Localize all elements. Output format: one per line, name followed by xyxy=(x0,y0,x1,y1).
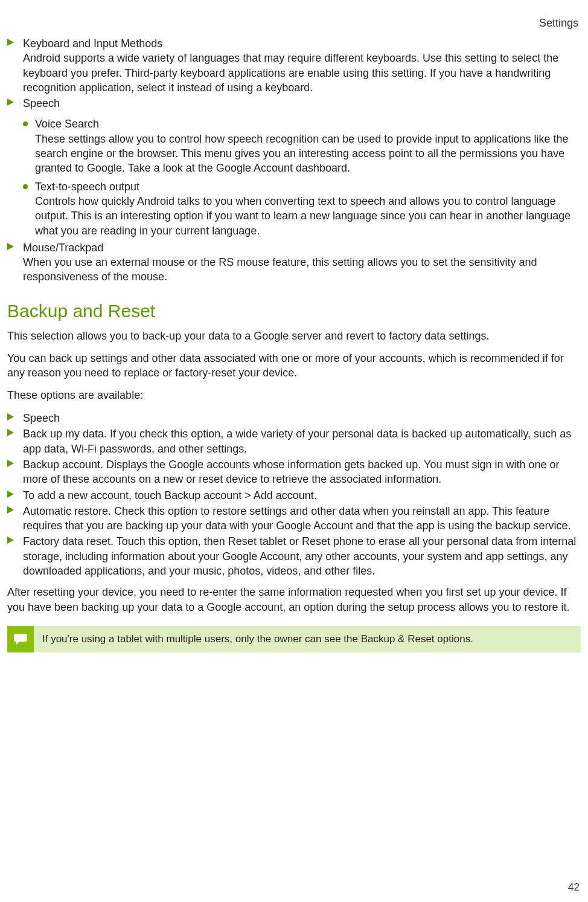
running-header: Settings xyxy=(6,17,578,30)
triangle-icon xyxy=(7,504,23,533)
page-number: 42 xyxy=(568,881,580,894)
triangle-icon xyxy=(7,240,23,285)
triangle-icon xyxy=(7,36,23,95)
triangle-icon xyxy=(7,96,23,111)
options-list: Speech Back up my data. If you check thi… xyxy=(7,410,581,579)
item-body: Controls how quickly Android talks to yo… xyxy=(35,194,581,238)
note-text: If you're using a tablet with multiple u… xyxy=(34,626,581,652)
triangle-icon xyxy=(7,457,23,487)
paragraph: This selection allows you to back-up you… xyxy=(7,329,581,344)
svg-marker-0 xyxy=(7,39,14,46)
svg-marker-2 xyxy=(7,243,14,250)
triangle-icon xyxy=(7,534,23,578)
item-title: Keyboard and Input Methods xyxy=(23,36,581,51)
speech-bubble-icon xyxy=(7,626,34,652)
list-item: Speech xyxy=(7,95,581,111)
svg-marker-1 xyxy=(7,98,14,106)
triangle-icon xyxy=(7,427,23,456)
svg-marker-3 xyxy=(7,413,14,420)
list-item: Speech xyxy=(7,410,581,426)
note-callout: If you're using a tablet with multiple u… xyxy=(7,626,581,652)
list-item: Automatic restore. Check this option to … xyxy=(7,503,581,534)
svg-marker-4 xyxy=(7,429,14,436)
content: Keyboard and Input Methods Android suppo… xyxy=(6,36,582,652)
list-item: Back up my data. If you check this optio… xyxy=(7,426,581,457)
list-item: Voice Search These settings allow you to… xyxy=(23,115,581,177)
item-title: Voice Search xyxy=(35,117,581,131)
triangle-icon xyxy=(7,411,23,425)
item-title: Mouse/Trackpad xyxy=(23,240,581,255)
list-item: Factory data reset. Touch this option, t… xyxy=(7,533,581,579)
paragraph: These options are available: xyxy=(7,388,581,403)
nested-list: Voice Search These settings allow you to… xyxy=(7,115,581,239)
svg-marker-5 xyxy=(7,460,14,467)
item-text: Speech xyxy=(23,411,581,425)
item-body: When you use an external mouse or the RS… xyxy=(23,255,581,285)
list-item: Backup account. Displays the Google acco… xyxy=(7,457,581,488)
dot-icon xyxy=(23,117,35,175)
item-text: Back up my data. If you check this optio… xyxy=(23,427,581,456)
list-item: Text-to-speech output Controls how quick… xyxy=(23,178,581,240)
list-item: Keyboard and Input Methods Android suppo… xyxy=(7,36,581,95)
svg-marker-6 xyxy=(7,491,14,498)
dot-icon xyxy=(23,179,35,238)
paragraph: You can back up settings and other data … xyxy=(7,351,581,381)
top-list: Keyboard and Input Methods Android suppo… xyxy=(7,36,581,285)
paragraph: After resetting your device, you need to… xyxy=(7,585,581,615)
svg-marker-8 xyxy=(7,536,14,544)
item-body: These settings allow you to control how … xyxy=(35,132,581,176)
item-text: To add a new account, touch Backup accou… xyxy=(23,488,581,503)
triangle-icon xyxy=(7,488,23,503)
item-text: Backup account. Displays the Google acco… xyxy=(23,457,581,487)
section-heading: Backup and Reset xyxy=(7,301,581,321)
item-body: Android supports a wide variety of langu… xyxy=(23,51,581,95)
item-text: Factory data reset. Touch this option, t… xyxy=(23,534,581,578)
item-title: Speech xyxy=(23,96,581,111)
item-title: Text-to-speech output xyxy=(35,179,581,194)
svg-marker-7 xyxy=(7,506,14,514)
list-item: Mouse/Trackpad When you use an external … xyxy=(7,240,581,285)
page: Settings Keyboard and Input Methods Andr… xyxy=(0,0,588,902)
item-text: Automatic restore. Check this option to … xyxy=(23,504,581,533)
list-item: To add a new account, touch Backup accou… xyxy=(7,488,581,503)
